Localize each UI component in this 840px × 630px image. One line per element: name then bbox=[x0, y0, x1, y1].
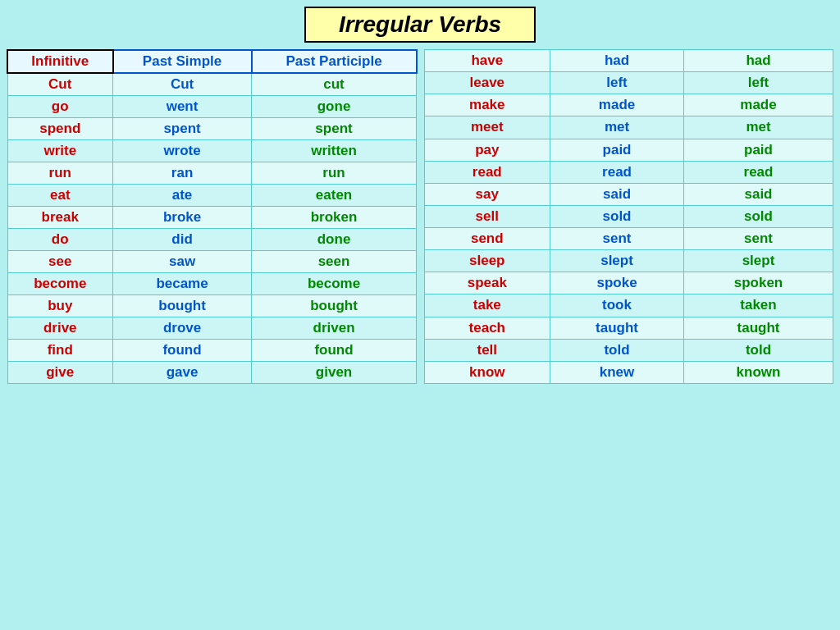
header-past-participle: Past Participle bbox=[252, 50, 417, 73]
infinitive-cell: eat bbox=[7, 185, 113, 207]
past-participle-cell: found bbox=[252, 340, 417, 362]
infinitive-cell: speak bbox=[424, 272, 550, 294]
table-row: take took taken bbox=[424, 294, 833, 317]
table-row: spend spent spent bbox=[7, 118, 417, 140]
table-row: go went gone bbox=[7, 96, 417, 118]
infinitive-cell: find bbox=[7, 340, 113, 362]
past-simple-cell: read bbox=[550, 161, 684, 183]
infinitive-cell: drive bbox=[7, 317, 113, 340]
past-participle-cell: read bbox=[684, 161, 833, 183]
table-row: have had had bbox=[424, 50, 833, 72]
past-simple-cell: Cut bbox=[113, 73, 252, 96]
past-simple-cell: spent bbox=[113, 118, 252, 140]
past-simple-cell: gave bbox=[113, 362, 252, 384]
infinitive-cell: Cut bbox=[7, 73, 113, 96]
past-simple-cell: drove bbox=[113, 317, 252, 340]
infinitive-cell: pay bbox=[424, 139, 550, 161]
past-participle-cell: given bbox=[252, 362, 417, 384]
infinitive-cell: buy bbox=[7, 295, 113, 317]
past-participle-cell: driven bbox=[252, 317, 417, 340]
past-participle-cell: paid bbox=[684, 139, 833, 161]
past-simple-cell: ate bbox=[113, 185, 252, 207]
past-participle-cell: bought bbox=[252, 295, 417, 317]
table-row: find found found bbox=[7, 340, 417, 362]
infinitive-cell: break bbox=[7, 207, 113, 229]
infinitive-cell: read bbox=[424, 161, 550, 183]
past-simple-cell: told bbox=[550, 339, 684, 361]
past-participle-cell: had bbox=[684, 50, 833, 72]
table-row: do did done bbox=[7, 229, 417, 251]
past-participle-cell: taught bbox=[684, 317, 833, 339]
past-simple-cell: found bbox=[113, 340, 252, 362]
table-row: pay paid paid bbox=[424, 139, 833, 161]
infinitive-cell: tell bbox=[424, 339, 550, 361]
past-simple-cell: slept bbox=[550, 250, 684, 272]
left-table: Infinitive Past Simple Past Participle C… bbox=[7, 49, 418, 384]
table-row: sell sold sold bbox=[424, 205, 833, 227]
past-participle-cell: eaten bbox=[252, 185, 417, 207]
past-participle-cell: left bbox=[684, 72, 833, 94]
table-row: see saw seen bbox=[7, 251, 417, 273]
table-row: become became become bbox=[7, 273, 417, 295]
past-simple-cell: said bbox=[550, 183, 684, 205]
header-past-simple: Past Simple bbox=[113, 50, 252, 73]
table-row: leave left left bbox=[424, 72, 833, 94]
past-participle-cell: sold bbox=[684, 205, 833, 227]
infinitive-cell: sell bbox=[424, 205, 550, 227]
past-participle-cell: slept bbox=[684, 250, 833, 272]
table-row: say said said bbox=[424, 183, 833, 205]
table-row: write wrote written bbox=[7, 140, 417, 162]
past-simple-cell: taught bbox=[550, 317, 684, 339]
infinitive-cell: go bbox=[7, 96, 113, 118]
right-table: have had had leave left left make made m… bbox=[424, 49, 834, 384]
past-simple-cell: took bbox=[550, 294, 684, 317]
main-content: Infinitive Past Simple Past Participle C… bbox=[7, 49, 833, 384]
table-row: know knew known bbox=[424, 361, 833, 383]
past-simple-cell: went bbox=[113, 96, 252, 118]
past-participle-cell: spoken bbox=[684, 272, 833, 294]
past-simple-cell: knew bbox=[550, 361, 684, 383]
past-participle-cell: broken bbox=[252, 207, 417, 229]
past-simple-cell: became bbox=[113, 273, 252, 295]
infinitive-cell: send bbox=[424, 228, 550, 250]
past-simple-cell: made bbox=[550, 94, 684, 116]
past-participle-cell: become bbox=[252, 273, 417, 295]
past-simple-cell: paid bbox=[550, 139, 684, 161]
past-participle-cell: written bbox=[252, 140, 417, 162]
table-row: read read read bbox=[424, 161, 833, 183]
past-participle-cell: seen bbox=[252, 251, 417, 273]
infinitive-cell: leave bbox=[424, 72, 550, 94]
page-title: Irregular Verbs bbox=[339, 11, 501, 37]
infinitive-cell: have bbox=[424, 50, 550, 72]
infinitive-cell: run bbox=[7, 162, 113, 185]
table-row: meet met met bbox=[424, 116, 833, 139]
table-row: make made made bbox=[424, 94, 833, 116]
infinitive-cell: say bbox=[424, 183, 550, 205]
header-infinitive: Infinitive bbox=[7, 50, 113, 73]
table-row: break broke broken bbox=[7, 207, 417, 229]
past-participle-cell: run bbox=[252, 162, 417, 185]
past-participle-cell: met bbox=[684, 116, 833, 139]
infinitive-cell: meet bbox=[424, 116, 550, 139]
past-participle-cell: known bbox=[684, 361, 833, 383]
infinitive-cell: make bbox=[424, 94, 550, 116]
infinitive-cell: give bbox=[7, 362, 113, 384]
past-simple-cell: bought bbox=[113, 295, 252, 317]
past-participle-cell: told bbox=[684, 339, 833, 361]
table-row: Cut Cut cut bbox=[7, 73, 417, 96]
past-participle-cell: gone bbox=[252, 96, 417, 118]
infinitive-cell: spend bbox=[7, 118, 113, 140]
table-row: speak spoke spoken bbox=[424, 272, 833, 294]
past-simple-cell: sold bbox=[550, 205, 684, 227]
table-row: send sent sent bbox=[424, 228, 833, 250]
past-simple-cell: saw bbox=[113, 251, 252, 273]
past-simple-cell: ran bbox=[113, 162, 252, 185]
past-participle-cell: sent bbox=[684, 228, 833, 250]
past-participle-cell: taken bbox=[684, 294, 833, 317]
past-participle-cell: said bbox=[684, 183, 833, 205]
past-simple-cell: did bbox=[113, 229, 252, 251]
past-simple-cell: spoke bbox=[550, 272, 684, 294]
infinitive-cell: know bbox=[424, 361, 550, 383]
infinitive-cell: see bbox=[7, 251, 113, 273]
table-row: tell told told bbox=[424, 339, 833, 361]
